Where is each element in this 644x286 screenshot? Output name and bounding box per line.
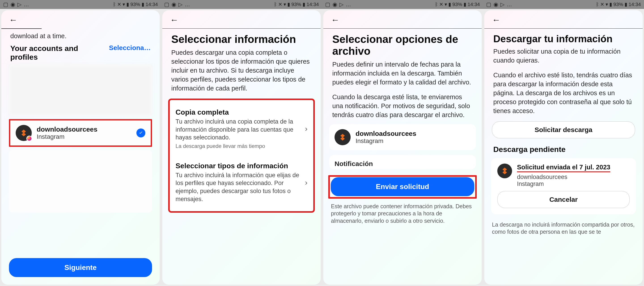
page-intro: Puedes descargar una copia completa o se… <box>162 48 321 93</box>
notification-section[interactable]: Notificación <box>329 155 476 169</box>
more-icon: … <box>185 1 190 7</box>
next-button[interactable]: Siguiente <box>9 258 152 277</box>
clock: 14:34 <box>306 1 319 7</box>
chevron-right-icon: › <box>305 178 308 187</box>
back-button[interactable]: ← <box>492 15 635 25</box>
option-title: Seleccionar tipos de información <box>176 162 301 170</box>
charging-icon: ▮ <box>624 1 627 7</box>
screen-download-your-info: ▢ ◉ ▷ … ᛒ ✕ ▾ ▮ 93% ▮ 14:34 ← Descargar … <box>483 0 644 286</box>
gallery-icon: ▢ <box>486 1 491 7</box>
screen-archive-options: ▢ ◉ ▷ … ᛒ ✕ ▾ ▮ 93% ▮ 14:34 ← Selecciona… <box>322 0 483 286</box>
play-icon: ▷ <box>18 1 22 7</box>
back-button[interactable]: ← <box>170 15 313 25</box>
option-desc: Tu archivo incluirá la información que e… <box>176 171 301 203</box>
circle-icon: ◉ <box>172 1 176 7</box>
charging-icon: ▮ <box>302 1 305 7</box>
bluetooth-icon: ᛒ <box>113 1 116 7</box>
pending-profile-name: downloadsourcees <box>517 174 630 181</box>
profile-row-selected[interactable]: downloadsourcees Instagram <box>9 119 152 147</box>
paragraph-2: Cuando el archivo esté listo, tendrás cu… <box>484 65 643 115</box>
cancel-button[interactable]: Cancelar <box>497 191 630 208</box>
paragraph-1: Puedes definir un intervalo de fechas pa… <box>323 60 482 87</box>
option-desc: Tu archivo incluirá una copia completa d… <box>176 118 301 142</box>
request-download-button[interactable]: Solicitar descarga <box>492 121 635 138</box>
vibrate-icon: ✕ <box>439 1 443 7</box>
more-icon: … <box>346 1 351 7</box>
circle-icon: ◉ <box>494 1 498 7</box>
send-request-button[interactable]: Enviar solicitud <box>331 177 474 196</box>
paragraph-2: Cuando la descarga esté lista, te enviar… <box>323 87 482 119</box>
screen-select-information: ▢ ◉ ▷ … ᛒ ✕ ▾ ▮ 93% ▮ 14:34 ← Selecciona… <box>161 0 322 286</box>
card: ← download at a time. Your accounts and … <box>1 10 160 285</box>
card: ← Seleccionar opciones de archivo Puedes… <box>323 10 482 285</box>
card: ← Seleccionar información Puedes descarg… <box>162 10 321 285</box>
more-icon: … <box>24 1 29 7</box>
status-bar: ▢ ◉ ▷ … ᛒ ✕ ▾ ▮ 93% ▮ 14:34 <box>161 0 322 9</box>
vibrate-icon: ✕ <box>117 1 121 7</box>
blurred-profile <box>9 65 152 116</box>
bluetooth-icon: ᛒ <box>596 1 599 7</box>
signal-icon: ▮ <box>609 1 612 7</box>
wifi-icon: ▾ <box>606 1 608 7</box>
intro-fragment: download at a time. <box>1 31 160 40</box>
status-bar: ▢ ◉ ▷ … ᛒ ✕ ▾ ▮ 93% ▮ 14:34 <box>483 0 644 9</box>
play-icon: ▷ <box>178 1 182 7</box>
signal-icon: ▮ <box>126 1 129 7</box>
instagram-badge-icon <box>26 136 32 141</box>
option-full-copy[interactable]: Copia completa Tu archivo incluirá una c… <box>170 102 313 156</box>
card: ← Descargar tu información Puedes solici… <box>484 10 643 285</box>
check-icon <box>136 128 145 137</box>
pending-profile-platform: Instagram <box>517 181 630 188</box>
battery-percent: 93% <box>291 1 301 7</box>
gallery-icon: ▢ <box>325 1 330 7</box>
signal-icon: ▮ <box>448 1 451 7</box>
divider <box>1 28 42 29</box>
battery-percent: 93% <box>452 1 462 7</box>
pending-request-title: Solicitud enviada el 7 jul. 2023 <box>517 164 610 172</box>
option-note: La descarga puede llevar más tiempo <box>176 143 301 149</box>
clock: 14:34 <box>468 1 480 7</box>
page-title: Seleccionar opciones de archivo <box>323 30 482 60</box>
bluetooth-icon: ᛒ <box>435 1 438 7</box>
wifi-icon: ▾ <box>444 1 447 7</box>
download-footer: La descarga no incluirá información comp… <box>484 214 643 236</box>
options-list: Copia completa Tu archivo incluirá una c… <box>168 98 315 213</box>
signal-icon: ▮ <box>287 1 290 7</box>
wifi-icon: ▾ <box>284 1 286 7</box>
back-button[interactable]: ← <box>331 15 474 25</box>
circle-icon: ◉ <box>10 1 15 7</box>
play-icon: ▷ <box>500 1 504 7</box>
profile-platform: Instagram <box>356 137 470 145</box>
charging-icon: ▮ <box>142 1 144 7</box>
clock: 14:34 <box>628 1 641 7</box>
wifi-icon: ▾ <box>122 1 125 7</box>
pending-download-card: Solicitud enviada el 7 jul. 2023 downloa… <box>491 158 636 214</box>
battery-percent: 93% <box>613 1 623 7</box>
select-all-link[interactable]: Selecciona… <box>109 44 151 52</box>
circle-icon: ◉ <box>332 1 337 7</box>
selected-profile-card[interactable]: downloadsourcees Instagram <box>329 124 476 150</box>
pending-heading: Descarga pendiente <box>484 138 643 155</box>
more-icon: … <box>507 1 512 7</box>
gallery-icon: ▢ <box>164 1 169 7</box>
send-request-highlight: Enviar solicitud <box>328 175 477 199</box>
privacy-footer: Este archivo puede contener información … <box>323 200 482 225</box>
option-title: Copia completa <box>176 108 301 116</box>
screen-accounts-profiles: ▢ ◉ ▷ … ᛒ ✕ ▾ ▮ 93% ▮ 14:34 ← download a… <box>0 0 161 286</box>
back-button[interactable]: ← <box>9 15 152 25</box>
charging-icon: ▮ <box>464 1 466 7</box>
page-title: Descargar tu información <box>484 30 643 47</box>
option-select-types[interactable]: Seleccionar tipos de información Tu arch… <box>170 156 313 210</box>
gallery-icon: ▢ <box>3 1 8 7</box>
profile-name: downloadsourcees <box>37 126 132 133</box>
accounts-heading: Your accounts and profiles <box>10 44 104 61</box>
paragraph-1: Puedes solicitar una copia de tu informa… <box>484 47 643 65</box>
bluetooth-icon: ᛒ <box>274 1 277 7</box>
profile-platform: Instagram <box>37 133 132 140</box>
vibrate-icon: ✕ <box>278 1 282 7</box>
avatar <box>497 164 512 178</box>
battery-percent: 93% <box>130 1 140 7</box>
status-bar: ▢ ◉ ▷ … ᛒ ✕ ▾ ▮ 93% ▮ 14:34 <box>0 0 161 9</box>
clock: 14:34 <box>146 1 158 7</box>
page-title: Seleccionar información <box>162 30 321 48</box>
